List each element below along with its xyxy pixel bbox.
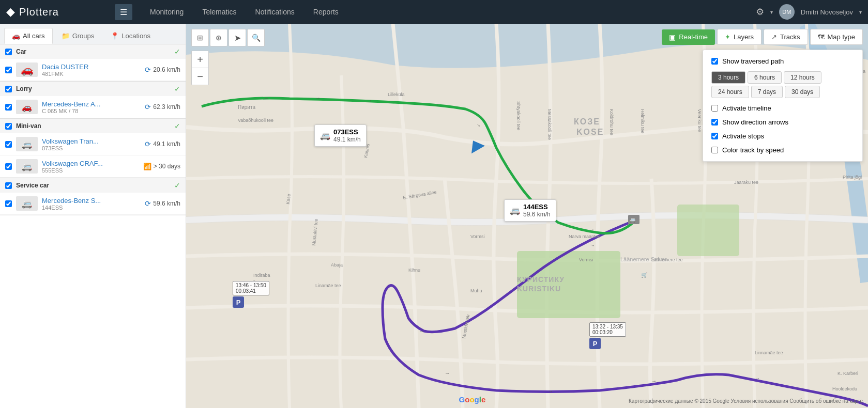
realtime-button[interactable]: ▣ Real-time — [662, 29, 715, 45]
svg-text:→: → — [434, 102, 439, 107]
vehicle-check-mbA[interactable] — [5, 104, 12, 111]
vehicle-name-mbA[interactable]: Mercedes-Benz A... — [42, 100, 141, 108]
group-minivan-header: Mini-van ✓ — [0, 119, 186, 133]
direction-arrows-checkbox[interactable] — [711, 119, 718, 125]
svg-text:🛒: 🛒 — [641, 272, 648, 278]
svg-text:Shtyakooli tee: Shtyakooli tee — [516, 101, 521, 131]
main-layout: 🚗 All cars 📁 Groups 📍 Locations Car — [0, 24, 868, 408]
color-track-speed-checkbox[interactable] — [711, 147, 718, 153]
tab-locations-label: Locations — [121, 32, 150, 40]
activate-timeline-row: Activate timeline — [711, 104, 854, 112]
svg-text:→: → — [651, 378, 657, 384]
sidebar-content: Car ✓ 🚗 Dacia DUSTER 481FMK ⟳ 20.6 km/h — [0, 44, 186, 408]
map-navigate-button[interactable]: ➤ — [229, 29, 246, 46]
zoom-out-button[interactable]: − — [191, 68, 209, 85]
time-buttons-row1: 3 hours 6 hours 12 hours — [711, 71, 854, 84]
stop-time-1: 13:46 - 13:50 00:03:41 — [233, 281, 269, 295]
time-7d-button[interactable]: 7 days — [751, 86, 783, 98]
signal-icon-vwc: 📶 — [143, 163, 151, 170]
group-car-checkbox[interactable] — [5, 49, 12, 55]
group-servicecar-check-icon: ✓ — [174, 181, 180, 190]
svg-text:Hooldekodu: Hooldekodu — [832, 386, 857, 391]
tab-all-cars[interactable]: 🚗 All cars — [4, 28, 53, 44]
group-car-label: Car — [16, 48, 26, 55]
user-name[interactable]: Dmitri Novoseljov — [801, 8, 853, 16]
time-buttons-row2: 24 hours 7 days 30 days — [711, 86, 854, 98]
vehicle-name-mbs[interactable]: Mercedes-Benz S... — [42, 197, 141, 205]
speed-val-dacia: 20.6 km/h — [153, 66, 180, 73]
group-lorry: Lorry ✓ 🚗 Mercedes-Benz A... C 065 MK / … — [0, 82, 186, 119]
vehicle-name-vwt[interactable]: Volkswagen Tran... — [42, 137, 141, 145]
popup-144ess: 🚐 144ESS 59.6 km/h — [504, 199, 556, 222]
color-track-speed-row: Color track by speed — [711, 146, 854, 154]
group-lorry-checkbox[interactable] — [5, 86, 12, 92]
group-minivan-checkbox[interactable] — [5, 123, 12, 130]
svg-text:Messakooli tee: Messakooli tee — [547, 109, 552, 140]
time-24h-button[interactable]: 24 hours — [711, 86, 749, 98]
tab-groups-label: Groups — [72, 32, 95, 40]
popup-144ess-icon: 🚐 144ESS 59.6 km/h — [510, 203, 551, 218]
time-12h-button[interactable]: 12 hours — [784, 71, 821, 84]
list-item: 🚐 Mercedes-Benz S... 144ESS ⟳ 59.6 km/h — [0, 193, 186, 215]
user-dropdown-icon: ▾ — [859, 9, 862, 15]
zoom-in-button[interactable]: + — [191, 51, 209, 68]
vehicle-plate-mbA: C 065 MK / 78 — [42, 108, 141, 114]
hamburger-button[interactable]: ☰ — [115, 4, 132, 20]
vehicle-check-vwt[interactable] — [5, 141, 12, 148]
vehicle-check-vwc[interactable] — [5, 163, 12, 170]
logo-diamond-icon: ◆ — [6, 5, 15, 19]
tracks-label: Tracks — [780, 33, 800, 41]
maptype-button[interactable]: 🗺 Map type — [810, 29, 863, 45]
nav-reports[interactable]: Reports — [304, 1, 348, 23]
vehicle-info-mbs: Mercedes-Benz S... 144ESS — [42, 197, 141, 211]
logo-area: ◆ Plottera — [6, 5, 115, 19]
svg-text:Linnamäe tee: Linnamäe tee — [755, 350, 783, 355]
svg-text:Pirita jõgi: Pirita jõgi — [843, 175, 862, 180]
speed-icon-vwt: ⟳ — [145, 140, 151, 148]
list-item: 🚐 Volkswagen CRAF... 555ESS 📶 > 30 days — [0, 155, 186, 178]
speed-val-vwc: > 30 days — [154, 163, 180, 170]
group-servicecar-checkbox[interactable] — [5, 182, 12, 189]
activate-timeline-checkbox[interactable] — [711, 105, 718, 112]
map-search-button[interactable]: 🔍 — [247, 29, 265, 46]
svg-text:🚐: 🚐 — [630, 217, 636, 223]
nav-notifications[interactable]: Notifications — [246, 1, 304, 23]
vehicle-thumb-mbs: 🚐 — [16, 196, 38, 211]
speed-val-vwt: 49.1 km/h — [153, 140, 180, 148]
vehicle-info-vwc: Volkswagen CRAF... 555ESS — [42, 160, 139, 174]
activate-stops-checkbox[interactable] — [711, 133, 718, 139]
sidebar: 🚗 All cars 📁 Groups 📍 Locations Car — [0, 24, 186, 408]
map-zoom-controls: + − — [191, 51, 209, 85]
map-top-right-buttons: ▣ Real-time ✦ Layers ↗ Tracks 🗺 Map type — [662, 29, 863, 45]
gear-icon[interactable]: ⚙ — [756, 6, 764, 18]
sidebar-tabs: 🚗 All cars 📁 Groups 📍 Locations — [0, 24, 186, 44]
svg-text:→: → — [263, 95, 269, 101]
svg-text:Lilleküla: Lilleküla — [388, 92, 405, 97]
time-6h-button[interactable]: 6 hours — [748, 71, 782, 84]
time-30d-button[interactable]: 30 days — [785, 86, 820, 98]
layers-button[interactable]: ✦ Layers — [717, 29, 762, 45]
nav-telematics[interactable]: Telematics — [193, 1, 246, 23]
tracks-button[interactable]: ↗ Tracks — [764, 29, 808, 45]
group-lorry-check-icon: ✓ — [174, 85, 180, 93]
maptype-icon: 🗺 — [818, 33, 825, 41]
map-fit-button[interactable]: ⊞ — [191, 29, 209, 46]
svg-text:Muhu: Muhu — [470, 288, 482, 293]
svg-text:КУРИСТИКУ: КУРИСТИКУ — [517, 275, 565, 284]
traversed-path-checkbox[interactable] — [711, 58, 718, 65]
vehicle-plate-vwc: 555ESS — [42, 167, 139, 174]
map-crosshair-button[interactable]: ⊕ — [210, 29, 227, 46]
vehicle-check-dacia[interactable] — [5, 67, 12, 73]
direction-arrows-label: Show direction arrows — [722, 118, 788, 126]
svg-rect-2 — [677, 205, 739, 256]
vehicle-plate-mbs: 144ESS — [42, 205, 141, 211]
nav-monitoring[interactable]: Monitoring — [141, 1, 193, 23]
tab-groups[interactable]: 📁 Groups — [54, 28, 102, 44]
vehicle-check-mbs[interactable] — [5, 200, 12, 207]
time-3h-button[interactable]: 3 hours — [711, 71, 745, 84]
vehicle-name-dacia[interactable]: Dacia DUSTER — [42, 63, 141, 71]
vehicle-speed-mbA: ⟳ 62.3 km/h — [145, 103, 180, 111]
tab-locations[interactable]: 📍 Locations — [103, 28, 158, 44]
vehicle-name-vwc[interactable]: Volkswagen CRAF... — [42, 160, 139, 167]
popup-073ess: 🚐 073ESS 49.1 km/h — [314, 124, 367, 147]
